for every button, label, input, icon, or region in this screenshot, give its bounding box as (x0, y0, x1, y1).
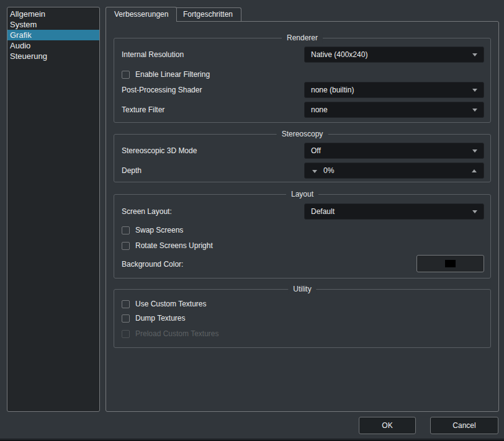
spin-decrement-icon[interactable] (312, 170, 317, 173)
preload-custom-textures-checkbox (122, 330, 130, 338)
enable-linear-filtering-row[interactable]: Enable Linear Filtering (122, 69, 210, 79)
chevron-down-icon (472, 53, 477, 56)
settings-category-list: Allgemein System Grafik Audio Steuerung (7, 7, 100, 412)
enable-linear-filtering-label: Enable Linear Filtering (135, 70, 210, 79)
stereoscopic-3d-mode-dropdown[interactable]: Off (304, 143, 484, 159)
swap-screens-row[interactable]: Swap Screens (122, 225, 183, 235)
texture-filter-label: Texture Filter (122, 102, 164, 117)
enable-linear-filtering-checkbox[interactable] (122, 71, 130, 79)
swap-screens-checkbox[interactable] (122, 226, 130, 234)
layout-groupbox: Layout Screen Layout: Default Swap Scree… (114, 194, 491, 278)
rotate-screens-upright-row[interactable]: Rotate Screens Upright (122, 241, 213, 251)
chevron-down-icon (472, 109, 477, 112)
depth-value: 0% (323, 163, 334, 178)
background-color-button[interactable] (416, 255, 484, 272)
sidebar-item-audio[interactable]: Audio (7, 40, 99, 51)
dump-textures-row[interactable]: Dump Textures (122, 313, 185, 323)
renderer-groupbox: Renderer Internal Resolution Native (400… (114, 38, 491, 123)
dump-textures-label: Dump Textures (135, 314, 185, 323)
screen-layout-dropdown[interactable]: Default (304, 203, 484, 220)
utility-group-title: Utility (288, 285, 316, 294)
sidebar-item-allgemein[interactable]: Allgemein (7, 9, 99, 19)
sidebar-item-steuerung[interactable]: Steuerung (7, 51, 99, 61)
stereoscopy-group-title: Stereoscopy (277, 130, 328, 139)
spin-increment-icon[interactable] (472, 169, 477, 172)
use-custom-textures-row[interactable]: Use Custom Textures (122, 299, 207, 309)
depth-spinbox[interactable]: 0% (304, 163, 484, 179)
texture-filter-value: none (311, 102, 328, 117)
swap-screens-label: Swap Screens (135, 226, 183, 234)
background-color-swatch (445, 260, 456, 267)
utility-groupbox: Utility Use Custom Textures Dump Texture… (114, 289, 491, 348)
internal-resolution-label: Internal Resolution (122, 47, 184, 62)
window-bottom-edge (0, 439, 504, 441)
rotate-screens-upright-checkbox[interactable] (122, 242, 130, 250)
internal-resolution-value: Native (400x240) (311, 47, 367, 62)
dump-textures-checkbox[interactable] (122, 314, 130, 323)
stereoscopic-3d-mode-value: Off (311, 143, 321, 158)
chevron-down-icon (472, 89, 477, 92)
ok-button[interactable]: OK (359, 417, 416, 434)
stereoscopic-3d-mode-label: Stereoscopic 3D Mode (122, 143, 197, 158)
post-processing-shader-value: none (builtin) (311, 82, 354, 97)
texture-filter-dropdown[interactable]: none (304, 102, 484, 118)
tab-verbesserungen[interactable]: Verbesserungen (106, 7, 177, 22)
screen-layout-label: Screen Layout: (122, 204, 172, 219)
chevron-down-icon (472, 149, 477, 153)
use-custom-textures-checkbox[interactable] (122, 300, 130, 308)
layout-group-title: Layout (286, 190, 318, 199)
depth-label: Depth (122, 163, 142, 178)
post-processing-shader-dropdown[interactable]: none (builtin) (304, 82, 484, 98)
post-processing-shader-label: Post-Processing Shader (122, 82, 202, 97)
internal-resolution-dropdown[interactable]: Native (400x240) (304, 47, 484, 63)
renderer-group-title: Renderer (282, 33, 323, 43)
stereoscopy-groupbox: Stereoscopy Stereoscopic 3D Mode Off Dep… (114, 134, 491, 182)
preload-custom-textures-row: Preload Custom Textures (122, 329, 219, 339)
chevron-down-icon (472, 210, 477, 213)
preload-custom-textures-label: Preload Custom Textures (135, 329, 219, 338)
tab-fortgeschritten[interactable]: Fortgeschritten (174, 7, 241, 21)
use-custom-textures-label: Use Custom Textures (135, 300, 207, 308)
sidebar-item-system[interactable]: System (7, 19, 99, 30)
sidebar-item-grafik[interactable]: Grafik (7, 30, 99, 40)
screen-layout-value: Default (311, 204, 335, 219)
cancel-button[interactable]: Cancel (430, 417, 498, 434)
rotate-screens-upright-label: Rotate Screens Upright (135, 241, 213, 250)
background-color-label: Background Color: (122, 257, 183, 272)
graphics-enhancements-pane: Renderer Internal Resolution Native (400… (106, 21, 499, 412)
